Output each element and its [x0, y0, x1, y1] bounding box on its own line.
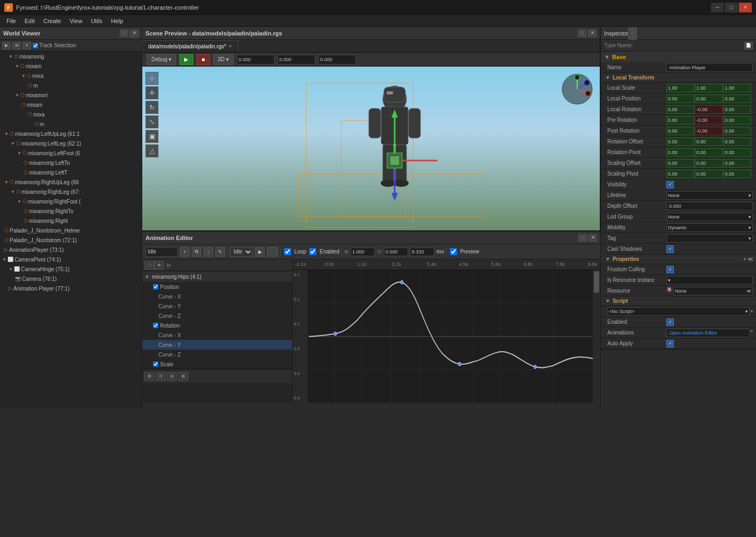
- anim-play-btn[interactable]: ▶: [255, 247, 265, 257]
- resource-instance-dropdown[interactable]: ▾: [666, 276, 753, 285]
- pos-y[interactable]: 0.00: [695, 95, 723, 103]
- curve-z-track[interactable]: Curve - Z: [142, 311, 292, 321]
- postrot-x[interactable]: 0.00: [666, 127, 694, 135]
- lod-group-dropdown[interactable]: None ▾: [666, 213, 753, 221]
- depth-offset-value[interactable]: 0.000: [666, 202, 753, 211]
- anim-preview-check[interactable]: [450, 248, 457, 255]
- rot-curve-y-track[interactable]: Curve - Y: [142, 340, 292, 350]
- insp-maximize-btn[interactable]: □: [628, 30, 637, 37]
- anim-add-btn[interactable]: +: [180, 247, 190, 257]
- visibility-checkbox[interactable]: ✓: [666, 181, 674, 188]
- terrain-tool-btn[interactable]: △: [146, 144, 158, 157]
- rot-curve-x-track[interactable]: Curve - X: [142, 330, 292, 340]
- tree-item[interactable]: ⬡m: [0, 119, 142, 129]
- minimize-button[interactable]: ─: [711, 3, 724, 12]
- mobility-dropdown[interactable]: Dynamic ▾: [666, 223, 753, 232]
- pos-z[interactable]: 0.00: [723, 95, 751, 103]
- tree-item[interactable]: ▼⬡mixamorig:LeftUpLeg (61:1: [0, 129, 142, 139]
- menu-edit[interactable]: Edit: [20, 17, 39, 25]
- wv-expand-icon[interactable]: ▶: [2, 42, 11, 49]
- curve-y-track[interactable]: Curve - Y: [142, 301, 292, 311]
- tree-item[interactable]: 📷Camera (76:1): [0, 274, 142, 284]
- prerot-x[interactable]: 0.00: [666, 116, 694, 125]
- wv-track-checkbox[interactable]: [33, 43, 38, 48]
- track-collapse-btn[interactable]: ⊟: [167, 372, 177, 381]
- scale-z[interactable]: 1.00: [723, 84, 751, 92]
- coord-x[interactable]: 0.000: [237, 55, 274, 64]
- coord-y[interactable]: 0.000: [278, 55, 315, 64]
- scale-tool-btn[interactable]: ⤡: [146, 115, 158, 128]
- maximize-button[interactable]: □: [725, 3, 738, 12]
- sp-collapse-btn[interactable]: □: [578, 30, 586, 37]
- menu-help[interactable]: Help: [107, 17, 128, 25]
- cast-shadows-checkbox[interactable]: ✓: [666, 245, 674, 253]
- anim-loop-check[interactable]: [284, 248, 291, 255]
- scaleoff-x[interactable]: 0.00: [666, 159, 694, 168]
- scale-x[interactable]: 1.00: [666, 84, 694, 92]
- tree-item[interactable]: ▷AnimationPlayer (73:1): [0, 245, 142, 255]
- insp-properties-header[interactable]: ▼ Properties + ≪: [601, 255, 756, 264]
- tree-item[interactable]: ⬡mixamorig:Right: [0, 216, 142, 226]
- scalepiv-y[interactable]: 0.00: [695, 170, 723, 178]
- scene-viewport[interactable]: ⊹ ✛ ↻ ⤡ ▣ △: [142, 67, 600, 230]
- tree-item[interactable]: ⬡mixamorig:RightTo: [0, 206, 142, 216]
- menu-create[interactable]: Create: [39, 17, 66, 25]
- move-tool-btn[interactable]: ✛: [146, 86, 158, 99]
- close-button[interactable]: ✕: [739, 3, 752, 12]
- rot-y[interactable]: -0.00: [695, 105, 723, 114]
- anim-speed-value[interactable]: 1.000: [351, 248, 375, 256]
- rotoff-z[interactable]: 0.00: [723, 137, 751, 146]
- tree-item[interactable]: ⬡mixam: [0, 100, 142, 110]
- rot-x[interactable]: 0.00: [666, 105, 694, 114]
- curve-x-track[interactable]: Curve - X: [142, 292, 292, 301]
- ae-close-btn[interactable]: ✕: [588, 234, 597, 242]
- tree-item[interactable]: ⬡mixa: [0, 110, 142, 119]
- tag-dropdown[interactable]: ▾: [666, 234, 753, 243]
- anim-edit-btn[interactable]: ✎: [215, 247, 225, 257]
- debug-dropdown[interactable]: Debug ▾: [147, 54, 176, 65]
- anim-name-input[interactable]: [146, 247, 178, 257]
- curve-scrollbar-v[interactable]: [593, 270, 600, 403]
- tree-item[interactable]: ⬡mixamorig:LeftT: [0, 168, 142, 177]
- wv-sync-icon[interactable]: ⇄: [12, 42, 21, 49]
- ae-collapse-btn[interactable]: □: [578, 234, 587, 242]
- anim-playback-select[interactable]: Idle: [230, 247, 253, 257]
- tree-item[interactable]: ▼⬡mixam: [0, 61, 142, 71]
- rot-z[interactable]: 0.00: [723, 105, 751, 114]
- wv-collapse-btn[interactable]: □: [120, 30, 128, 37]
- rotpiv-y[interactable]: 0.00: [695, 148, 723, 157]
- select-tool-btn[interactable]: ⊹: [146, 72, 158, 85]
- tree-item[interactable]: ⬡mixamorig:LeftTo: [0, 158, 142, 168]
- scale-checkbox[interactable]: [153, 361, 158, 367]
- tree-item[interactable]: ⬡Paladin_J_Nordstrom_Helme: [0, 226, 142, 235]
- postrot-y[interactable]: -0.00: [695, 127, 723, 135]
- scalepiv-z[interactable]: 0.00: [723, 170, 751, 178]
- rotation-track[interactable]: Rotation: [142, 321, 292, 330]
- scale-y[interactable]: 1.00: [695, 84, 723, 92]
- pos-x[interactable]: 0.00: [666, 95, 694, 103]
- anim-enabled-check[interactable]: [309, 248, 316, 255]
- menu-file[interactable]: File: [2, 17, 20, 25]
- tree-item[interactable]: ▼⬡mixamorig:LeftFoot (6: [0, 148, 142, 158]
- tree-item[interactable]: ▼⬡mixa: [0, 71, 142, 81]
- tree-item[interactable]: ▼⬡mixamorig: [0, 52, 142, 61]
- insp-script-header[interactable]: ▼ Script: [601, 296, 756, 306]
- enabled-checkbox[interactable]: ✓: [666, 318, 674, 326]
- rotation-checkbox[interactable]: [153, 323, 158, 328]
- wv-filter-icon[interactable]: ▾: [23, 42, 31, 49]
- script-dropdown[interactable]: <No Script> ▾: [607, 307, 750, 316]
- insp-name-value[interactable]: Animation Player: [666, 63, 753, 72]
- resource-dropdown[interactable]: None ≪: [673, 287, 753, 295]
- tab-close-icon[interactable]: ✕: [228, 43, 232, 49]
- insp-base-header[interactable]: ▼ Base: [601, 52, 756, 62]
- frustum-culling-checkbox[interactable]: ✓: [666, 266, 674, 273]
- insp-doc-icon[interactable]: 📄: [744, 42, 753, 49]
- stop-button[interactable]: ■: [197, 54, 209, 65]
- tree-item[interactable]: ▼⬡mixamorig:RightUpLeg (66: [0, 177, 142, 187]
- curve-editor[interactable]: -1.1s 0.0s 1.1s 2.3s 3.4s 4.5s 5.6s 6.8s…: [293, 259, 600, 403]
- tree-item[interactable]: ▼⬡mixamorig:LeftLeg (62:1): [0, 139, 142, 148]
- track-add-btn[interactable]: ⊞: [144, 372, 154, 381]
- anim-time-value[interactable]: 0.000: [384, 248, 408, 256]
- scalepiv-x[interactable]: 0.00: [666, 170, 694, 178]
- insp-local-transform-header[interactable]: ▼ Local Transform: [601, 73, 756, 83]
